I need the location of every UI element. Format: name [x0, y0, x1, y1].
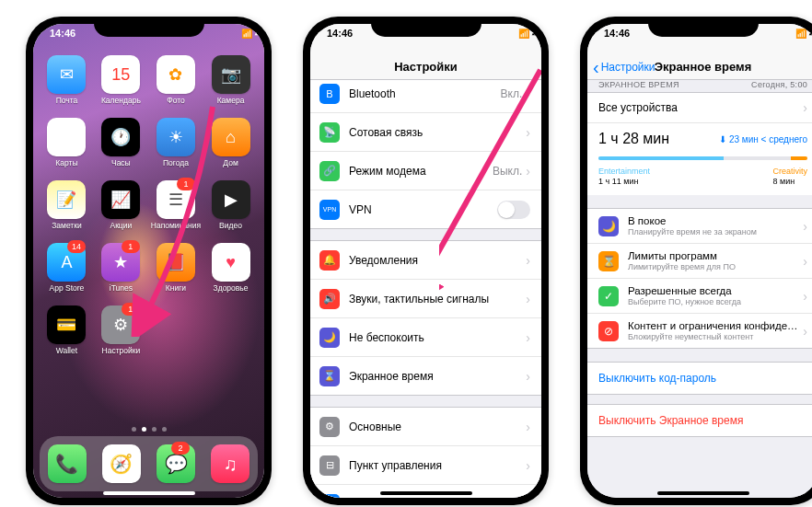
- category-breakdown: Entertainment1 ч 11 мин Creativity8 мин: [587, 167, 812, 195]
- chevron-right-icon: ›: [803, 289, 807, 304]
- chevron-right-icon: ›: [526, 253, 530, 268]
- app-itunes[interactable]: ★iTunes1: [97, 243, 145, 293]
- app-настройки[interactable]: ⚙Настройки1: [97, 305, 145, 355]
- row-icon: AA: [319, 494, 340, 499]
- settings-row[interactable]: 🌙Не беспокоить›: [310, 318, 541, 357]
- settings-row[interactable]: 🔊Звуки, тактильные сигналы›: [310, 280, 541, 318]
- row-icon: ⚙: [319, 417, 340, 437]
- app-напоминания[interactable]: ☰Напоминания1: [151, 180, 201, 230]
- feature-row[interactable]: ⊘Контент и ограничения конфиде…Блокируйт…: [587, 314, 812, 348]
- chevron-right-icon: ›: [526, 458, 530, 473]
- app-календарь[interactable]: 15Календарь: [97, 55, 145, 105]
- disable-passcode-button[interactable]: Выключить код-пароль: [587, 362, 812, 395]
- chevron-right-icon: ›: [526, 497, 530, 499]
- chevron-right-icon: ›: [803, 219, 807, 234]
- notch: [94, 17, 204, 37]
- settings-row[interactable]: BBluetoothВкл.›: [310, 75, 541, 113]
- status-time: 14:46: [50, 28, 75, 39]
- phone-3-screentime: 14:46 Настройки Экранное время ЭКРАННОЕ …: [580, 17, 812, 505]
- chevron-right-icon: ›: [526, 86, 530, 101]
- app-здоровье[interactable]: ♥Здоровье: [206, 243, 255, 293]
- app-карты[interactable]: 🗺Карты: [42, 118, 91, 167]
- row-icon: VPN: [319, 200, 340, 220]
- battery-icon: [539, 29, 541, 39]
- nav-back-button[interactable]: Настройки: [593, 61, 655, 74]
- app-заметки[interactable]: 📝Заметки: [42, 180, 91, 230]
- chevron-right-icon: ›: [803, 254, 807, 269]
- chevron-right-icon: ›: [526, 125, 530, 140]
- feature-row[interactable]: ⌛Лимиты программЛимитируйте время для ПО…: [587, 244, 812, 279]
- feature-icon: 🌙: [598, 216, 619, 236]
- page-indicator: [33, 427, 264, 432]
- chevron-right-icon: ›: [803, 324, 807, 339]
- dock-music[interactable]: ♫: [211, 444, 249, 483]
- feature-row[interactable]: ✓Разрешенные всегдаВыберите ПО, нужное в…: [587, 279, 812, 314]
- status-time: 14:46: [604, 28, 630, 39]
- notch: [371, 17, 481, 37]
- row-icon: 📡: [319, 122, 340, 143]
- home-indicator: [103, 491, 195, 495]
- row-icon: ⌛: [319, 366, 340, 386]
- app-почта[interactable]: ✉Почта: [42, 55, 91, 105]
- dock-messages[interactable]: 💬2: [157, 444, 195, 483]
- nav-title: Настройки: [394, 60, 458, 74]
- home-indicator: [380, 491, 472, 495]
- phone-2-settings: 14:46 Настройки BBluetoothВкл.›📡Сотовая …: [303, 17, 549, 505]
- settings-row[interactable]: ⊟Пункт управления›: [310, 446, 541, 485]
- row-icon: 🔊: [319, 289, 340, 309]
- feature-icon: ✓: [598, 286, 619, 306]
- app-дом[interactable]: ⌂Дом: [206, 118, 255, 167]
- home-indicator: [657, 491, 749, 495]
- chevron-right-icon: ›: [803, 100, 807, 115]
- wifi-icon: [532, 28, 537, 39]
- app-часы[interactable]: 🕐Часы: [97, 118, 145, 167]
- signal-icon: [241, 28, 252, 39]
- status-time: 14:46: [327, 28, 353, 39]
- wifi-icon: [255, 28, 260, 39]
- row-icon: B: [319, 84, 340, 104]
- app-icon-grid: ✉Почта15Календарь✿Фото📷Камера🗺Карты🕐Часы…: [33, 24, 264, 355]
- notch: [648, 17, 759, 37]
- settings-list[interactable]: BBluetoothВкл.›📡Сотовая связь›🔗Режим мод…: [310, 74, 541, 498]
- chevron-right-icon: ›: [526, 330, 530, 345]
- dock: 📞🧭💬2♫: [40, 436, 258, 491]
- app-app store[interactable]: AApp Store14: [42, 243, 91, 293]
- phone-1-home: 14:46 ✉Почта15Календарь✿Фото📷Камера🗺Карт…: [26, 17, 272, 505]
- settings-row[interactable]: ⌛Экранное время›: [310, 357, 541, 395]
- feature-row[interactable]: 🌙В покоеПланируйте время не за экраном›: [587, 209, 812, 244]
- app-камера[interactable]: 📷Камера: [206, 55, 255, 105]
- app-книги[interactable]: 📕Книги: [151, 243, 201, 293]
- chevron-right-icon: ›: [526, 164, 530, 179]
- chevron-right-icon: ›: [526, 420, 530, 434]
- signal-icon: [518, 28, 529, 39]
- settings-row[interactable]: 📡Сотовая связь›: [310, 113, 541, 152]
- disable-screentime-button[interactable]: Выключить Экранное время: [587, 404, 812, 437]
- settings-row[interactable]: 🔔Уведомления›: [310, 241, 541, 280]
- devices-row[interactable]: Все устройства›: [587, 93, 812, 123]
- row-icon: 🔔: [319, 250, 340, 271]
- comparison-text: ⬇ 23 мин < среднего: [719, 134, 807, 144]
- feature-icon: ⌛: [598, 251, 619, 271]
- row-icon: ⊟: [319, 455, 340, 476]
- app-акции[interactable]: 📈Акции: [97, 180, 145, 230]
- app-фото[interactable]: ✿Фото: [151, 55, 201, 105]
- battery-icon: [262, 29, 264, 39]
- screentime-content[interactable]: ЭКРАННОЕ ВРЕМЯ Сегодня, 5:00 Все устройс…: [587, 74, 812, 498]
- settings-row[interactable]: VPNVPN: [310, 190, 541, 228]
- app-wallet[interactable]: 💳Wallet: [42, 305, 91, 355]
- settings-row[interactable]: ⚙Основные›: [310, 408, 541, 446]
- dock-safari[interactable]: 🧭: [102, 444, 141, 483]
- chevron-right-icon: ›: [526, 292, 530, 306]
- app-погода[interactable]: ☀Погода: [151, 118, 201, 167]
- features-group: 🌙В покоеПланируйте время не за экраном›⌛…: [587, 208, 812, 349]
- feature-icon: ⊘: [598, 321, 619, 341]
- nav-title: Экранное время: [655, 60, 752, 74]
- dock-phone[interactable]: 📞: [48, 444, 87, 483]
- toggle-switch[interactable]: [497, 201, 530, 219]
- usage-bar: [598, 156, 807, 160]
- settings-row[interactable]: 🔗Режим модемаВыкл.›: [310, 152, 541, 190]
- row-icon: 🔗: [319, 161, 340, 181]
- row-icon: 🌙: [319, 328, 340, 348]
- app-видео[interactable]: ▶Видео: [206, 180, 255, 230]
- total-time-row[interactable]: 1 ч 28 мин ⬇ 23 мин < среднего: [587, 123, 812, 155]
